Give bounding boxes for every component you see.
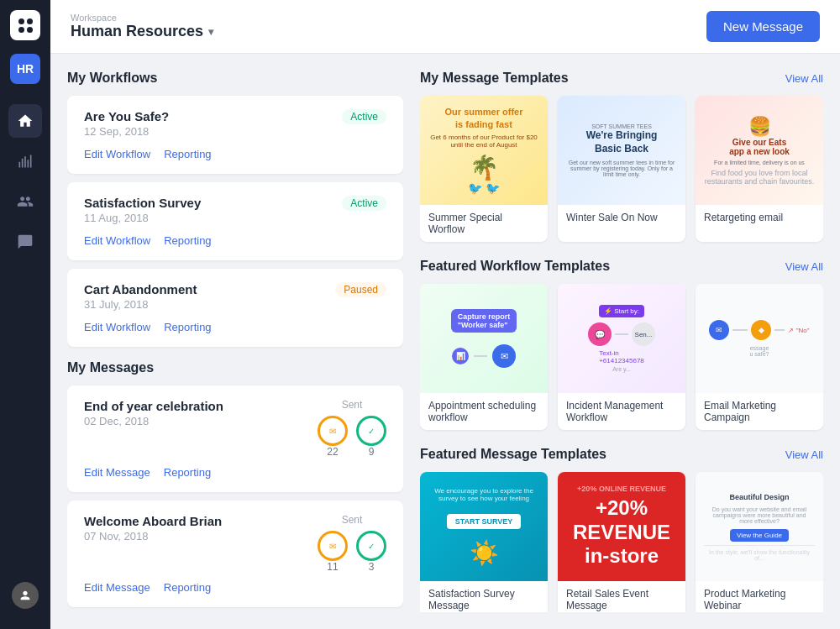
check-stat-count: 9 — [369, 446, 375, 458]
main-content: Workspace Human Resources ▾ New Message … — [50, 0, 840, 629]
workflow-templates-section: Featured Workflow Templates View All Cap… — [420, 259, 823, 430]
message-date: 02 Dec, 2018 — [84, 415, 223, 427]
summer-title: Our summer offeris fading fast — [445, 106, 523, 130]
workflow-name: Cart Abandonment — [84, 282, 197, 296]
email-stat-icon: ✉ — [318, 416, 348, 446]
retargeting-sub: For a limited time, delivery is on us — [714, 160, 805, 165]
workflows-header: My Workflows — [67, 71, 403, 86]
template-preview-satisfaction: We encourage you to explore thesurvey to… — [420, 472, 548, 581]
edit-workflow-link[interactable]: Edit Workflow — [84, 148, 150, 160]
template-preview-retargeting: 🍔 Give our Eatsapp a new look For a limi… — [696, 96, 823, 205]
palm-icon: 🌴 — [470, 154, 499, 181]
workflow-templates-header: Featured Workflow Templates View All — [420, 259, 823, 274]
featured-message-templates-section: Featured Message Templates View All We e… — [420, 447, 823, 612]
birds-icon: 🐦 🐦 — [468, 181, 500, 195]
email-stat-icon: ✉ — [318, 531, 348, 561]
template-item[interactable]: Capture report"Worker safe" 📊 ✉ Appointm… — [420, 284, 548, 430]
workflow-templates-title: Featured Workflow Templates — [420, 259, 610, 274]
flow-node-2: ✉ — [492, 344, 516, 368]
winter-sub: Get our new soft summer tees in time for… — [566, 160, 677, 177]
winter-tag: SOFT SUMMER TEES — [591, 123, 652, 129]
template-label: Satisfaction Survey Message — [420, 581, 548, 612]
status-badge: Active — [342, 196, 386, 211]
flow-node-1: 📊 — [452, 348, 469, 364]
workflow-date: 12 Sep, 2018 — [84, 125, 169, 138]
food-icon: 🍔 — [748, 116, 771, 138]
template-item[interactable]: +20% ONLINE REVENUE +20% REVENUEin-store… — [558, 472, 685, 612]
edit-message-link[interactable]: Edit Message — [84, 466, 150, 479]
message-item: End of year celebration 02 Dec, 2018 Sen… — [67, 385, 403, 492]
sun-icon: ☀️ — [470, 539, 499, 567]
workflow-templates-view-all[interactable]: View All — [785, 260, 823, 273]
template-preview-incident: ⚡ Start by: 💬 Sen... Text-in+61412345678… — [558, 284, 685, 393]
featured-message-templates-view-all[interactable]: View All — [785, 448, 823, 461]
message-item: Welcome Aboard Brian 07 Nov, 2018 Sent ✉… — [67, 501, 403, 607]
email-node-1: ✉ — [709, 320, 729, 340]
reporting-link[interactable]: Reporting — [164, 321, 211, 333]
sidebar-nav — [8, 104, 42, 572]
sidebar: HR — [0, 0, 50, 629]
reporting-link[interactable]: Reporting — [164, 466, 211, 479]
message-name: Welcome Aboard Brian — [84, 514, 222, 528]
workflow-name: Satisfaction Survey — [84, 196, 201, 210]
check-stat-count: 3 — [369, 561, 375, 573]
template-label: Product Marketing Webinar — [696, 581, 823, 612]
reporting-link[interactable]: Reporting — [164, 234, 211, 247]
new-message-button[interactable]: New Message — [706, 11, 820, 42]
incident-node-2: Sen... — [632, 322, 655, 346]
right-panel: My Message Templates View All Our summer… — [420, 71, 823, 612]
workflow-item: Cart Abandonment 31 July, 2018 Paused Ed… — [67, 269, 403, 347]
email-stat-count: 11 — [327, 561, 338, 573]
nav-people[interactable] — [8, 185, 42, 218]
template-label: Winter Sale On Now — [558, 205, 685, 230]
edit-message-link[interactable]: Edit Message — [84, 581, 150, 594]
chevron-down-icon[interactable]: ▾ — [208, 26, 213, 38]
edit-workflow-link[interactable]: Edit Workflow — [84, 234, 150, 247]
user-avatar[interactable] — [12, 582, 39, 609]
nav-chart[interactable] — [8, 144, 42, 178]
template-item[interactable]: SOFT SUMMER TEES We're BringingBasic Bac… — [558, 96, 685, 242]
template-label: Appointment scheduling workflow — [420, 393, 548, 430]
workflow-item: Satisfaction Survey 11 Aug, 2018 Active … — [67, 182, 403, 260]
summer-sub: Get 6 months of our Product for $20until… — [430, 134, 538, 149]
featured-message-templates-header: Featured Message Templates View All — [420, 447, 823, 462]
workspace-icon[interactable]: HR — [10, 54, 40, 84]
reporting-link[interactable]: Reporting — [164, 148, 211, 160]
check-stat-icon: ✓ — [356, 531, 386, 561]
top-header: Workspace Human Resources ▾ New Message — [50, 0, 840, 54]
left-panel: My Workflows Are You Safe? 12 Sep, 2018 … — [67, 71, 403, 612]
nav-message[interactable] — [8, 225, 42, 259]
workflow-templates-grid: Capture report"Worker safe" 📊 ✉ Appointm… — [420, 284, 823, 430]
message-templates-title: My Message Templates — [420, 71, 569, 86]
workflow-name: Are You Safe? — [84, 109, 169, 123]
reporting-link[interactable]: Reporting — [164, 581, 211, 594]
email-node-2: ◆ — [751, 320, 771, 340]
message-templates-grid: Our summer offeris fading fast Get 6 mon… — [420, 96, 823, 242]
template-item[interactable]: ⚡ Start by: 💬 Sen... Text-in+61412345678… — [558, 284, 685, 430]
template-preview-retail: +20% ONLINE REVENUE +20% REVENUEin-store — [558, 472, 685, 581]
template-label: Retargeting email — [696, 205, 823, 230]
featured-message-templates-title: Featured Message Templates — [420, 447, 606, 462]
template-item[interactable]: We encourage you to explore thesurvey to… — [420, 472, 548, 612]
template-item[interactable]: Our summer offeris fading fast Get 6 mon… — [420, 96, 548, 242]
template-preview-summer: Our summer offeris fading fast Get 6 mon… — [420, 96, 548, 205]
template-label: Retail Sales Event Message — [558, 581, 685, 612]
template-item[interactable]: ✉ ◆ ↗ "No" essageu safe? Email Marketing… — [696, 284, 823, 430]
message-name: End of year celebration — [84, 399, 223, 413]
header-left: Workspace Human Resources ▾ — [71, 13, 213, 40]
message-templates-view-all[interactable]: View All — [785, 72, 823, 85]
email-stat-count: 22 — [327, 446, 338, 458]
messages-header: My Messages — [67, 360, 403, 375]
workflow-date: 31 July, 2018 — [84, 298, 197, 311]
edit-workflow-link[interactable]: Edit Workflow — [84, 321, 150, 333]
template-label: Incident Management Workflow — [558, 393, 685, 430]
template-item[interactable]: Beautiful Design Do you want your websit… — [696, 472, 823, 612]
template-label: Email Marketing Campaign — [696, 393, 823, 430]
page-title: Human Resources ▾ — [71, 23, 213, 40]
message-date: 07 Nov, 2018 — [84, 530, 222, 543]
status-badge: Active — [342, 109, 386, 124]
messages-section: My Messages End of year celebration 02 D… — [67, 360, 403, 607]
template-preview-email-mkt: ✉ ◆ ↗ "No" essageu safe? — [696, 284, 823, 393]
template-item[interactable]: 🍔 Give our Eatsapp a new look For a limi… — [696, 96, 823, 242]
nav-home[interactable] — [8, 104, 42, 138]
